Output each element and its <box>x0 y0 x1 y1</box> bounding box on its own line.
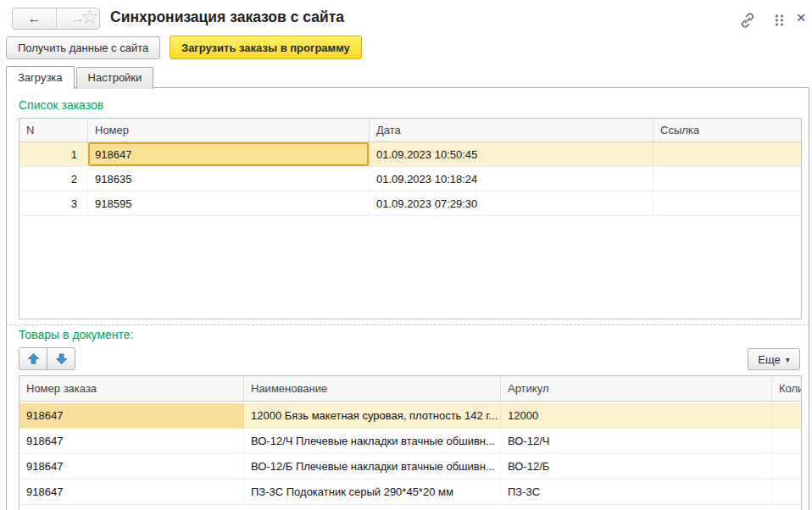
item-article-cell[interactable]: 12000 <box>501 403 772 428</box>
more-dots-icon <box>774 13 785 28</box>
items-table: Номер заказа Наименование Артикул Количе… <box>19 375 802 510</box>
item-article-cell[interactable]: ВО-12/Б <box>501 454 772 479</box>
item-order-cell[interactable]: 918647 <box>19 429 244 453</box>
items-col-article[interactable]: Артикул <box>501 376 772 401</box>
orders-col-date[interactable]: Дата <box>370 119 653 141</box>
orders-table-row[interactable]: 2 918635 01.09.2023 10:18:24 <box>19 167 801 191</box>
order-date-cell[interactable]: 01.09.2023 10:18:24 <box>370 167 653 191</box>
order-row-index[interactable]: 2 <box>19 167 88 191</box>
arrow-up-icon <box>27 352 40 365</box>
back-button[interactable]: ← <box>13 8 56 29</box>
item-article-cell[interactable]: ПЗ-3С <box>501 480 772 504</box>
items-section-title: Товары в документе: <box>19 328 134 341</box>
items-col-order[interactable]: Номер заказа <box>19 376 244 401</box>
order-number-cell[interactable]: 918595 <box>88 191 370 215</box>
item-name-cell[interactable]: ВО-12/Б Плечевые накладки втачные обшивн… <box>244 454 501 479</box>
favorite-star-icon[interactable]: ☆ <box>81 5 99 29</box>
items-table-row[interactable]: 918647 12000 Бязь макетная суровая, плот… <box>19 403 801 429</box>
page-title: Синхронизация заказов с сайта <box>110 8 344 26</box>
order-date-cell[interactable]: 01.09.2023 07:29:30 <box>370 191 653 215</box>
item-article-cell[interactable]: ВО-12/Ч <box>501 429 772 453</box>
item-name-cell[interactable]: 12000 Бязь макетная суровая, плотность 1… <box>244 403 501 428</box>
order-date-cell[interactable]: 01.09.2023 10:50:45 <box>370 142 653 166</box>
row-move-buttons <box>19 347 75 370</box>
more-menu-button[interactable] <box>769 10 789 30</box>
order-number-cell-focused[interactable]: 918647 <box>88 142 370 166</box>
orders-table-row[interactable]: 1 918647 01.09.2023 10:50:45 <box>19 142 801 167</box>
item-order-cell[interactable]: 918647 <box>19 454 244 479</box>
close-icon[interactable]: × <box>791 8 811 28</box>
order-row-index[interactable]: 1 <box>19 142 88 166</box>
items-table-row[interactable]: 918647 ПЗ-3С Подокатник серый 290*45*20 … <box>19 480 801 505</box>
orders-table-header: N Номер Дата Ссылка <box>19 119 801 142</box>
get-link-button[interactable] <box>737 10 758 30</box>
orders-table-row[interactable]: 3 918595 01.09.2023 07:29:30 <box>19 191 801 216</box>
orders-col-link[interactable]: Ссылка <box>653 119 801 141</box>
more-actions-button[interactable]: Еще ▾ <box>748 348 800 370</box>
item-qty-cell[interactable] <box>772 480 801 504</box>
orders-table: N Номер Дата Ссылка 1 918647 01.09.2023 … <box>19 118 802 319</box>
orders-col-number[interactable]: Номер <box>88 119 370 141</box>
arrow-down-icon <box>55 352 68 365</box>
item-order-cell[interactable]: 918647 <box>19 480 244 504</box>
item-order-cell-current[interactable]: 918647 <box>19 403 244 428</box>
panel-splitter[interactable] <box>6 324 809 325</box>
get-data-button[interactable]: Получить данные с сайта <box>6 36 160 59</box>
back-arrow-icon: ← <box>28 11 42 26</box>
item-qty-cell[interactable] <box>772 454 801 479</box>
order-link-cell[interactable] <box>653 191 801 215</box>
items-col-qty[interactable]: Количество <box>772 376 801 401</box>
tab-settings[interactable]: Настройки <box>76 67 154 89</box>
tab-load[interactable]: Загрузка <box>6 66 75 89</box>
orders-col-n[interactable]: N <box>19 119 88 141</box>
order-link-cell[interactable] <box>653 142 801 166</box>
items-table-row[interactable]: 918647 ВО-12/Ч Плечевые накладки втачные… <box>19 429 801 454</box>
move-down-button[interactable] <box>47 347 75 370</box>
more-actions-label: Еще <box>758 353 780 366</box>
item-name-cell[interactable]: ПЗ-3С Подокатник серый 290*45*20 мм <box>244 480 501 504</box>
chevron-down-icon: ▾ <box>786 355 790 364</box>
item-qty-cell[interactable] <box>772 403 801 428</box>
order-row-index[interactable]: 3 <box>19 191 88 215</box>
load-orders-button[interactable]: Загрузить заказы в программу <box>170 36 362 59</box>
items-col-name[interactable]: Наименование <box>244 376 501 401</box>
orders-section-title: Список заказов <box>19 98 103 112</box>
items-table-header: Номер заказа Наименование Артикул Количе… <box>19 376 801 402</box>
order-number-cell[interactable]: 918635 <box>88 167 370 191</box>
item-qty-cell[interactable] <box>772 429 801 453</box>
move-up-button[interactable] <box>19 347 47 370</box>
order-link-cell[interactable] <box>653 167 801 191</box>
items-table-row[interactable]: 918647 ВО-12/Б Плечевые накладки втачные… <box>19 454 801 480</box>
link-icon <box>738 11 757 30</box>
tab-bar: Загрузка Настройки <box>6 66 155 89</box>
item-name-cell[interactable]: ВО-12/Ч Плечевые накладки втачные обшивн… <box>244 429 501 453</box>
